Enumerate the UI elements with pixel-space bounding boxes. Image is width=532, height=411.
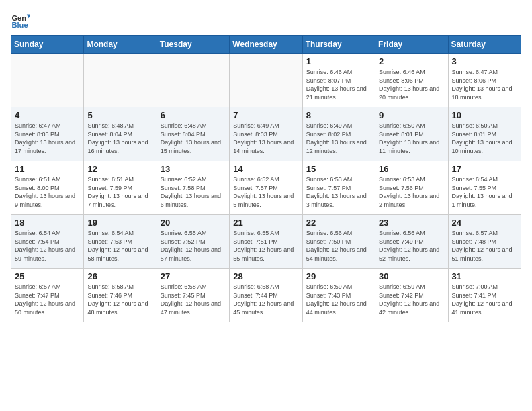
- day-number: 9: [379, 110, 444, 120]
- logo-icon: Gen Blue: [11, 11, 30, 30]
- header-monday: Monday: [84, 36, 157, 54]
- calendar-cell: 14Sunrise: 6:52 AM Sunset: 7:57 PM Dayli…: [230, 161, 302, 215]
- calendar-cell: 12Sunrise: 6:51 AM Sunset: 7:59 PM Dayli…: [84, 161, 157, 215]
- calendar-cell: 22Sunrise: 6:56 AM Sunset: 7:50 PM Dayli…: [302, 215, 375, 269]
- day-number: 31: [452, 271, 517, 281]
- day-number: 24: [452, 218, 517, 228]
- day-number: 20: [161, 218, 226, 228]
- day-info: Sunrise: 6:55 AM Sunset: 7:51 PM Dayligh…: [233, 229, 298, 263]
- calendar-cell: 1Sunrise: 6:46 AM Sunset: 8:07 PM Daylig…: [302, 54, 375, 107]
- day-info: Sunrise: 6:57 AM Sunset: 7:47 PM Dayligh…: [15, 283, 80, 316]
- day-number: 10: [452, 110, 517, 120]
- calendar-cell: [157, 54, 229, 107]
- calendar-cell: 26Sunrise: 6:58 AM Sunset: 7:46 PM Dayli…: [84, 269, 157, 322]
- calendar-cell: 4Sunrise: 6:47 AM Sunset: 8:05 PM Daylig…: [11, 107, 84, 161]
- calendar-cell: 27Sunrise: 6:58 AM Sunset: 7:45 PM Dayli…: [157, 269, 229, 322]
- day-info: Sunrise: 6:46 AM Sunset: 8:06 PM Dayligh…: [379, 68, 444, 101]
- header-wednesday: Wednesday: [230, 36, 302, 54]
- day-number: 6: [161, 110, 226, 120]
- day-number: 11: [15, 164, 80, 174]
- calendar-cell: 28Sunrise: 6:58 AM Sunset: 7:44 PM Dayli…: [230, 269, 302, 322]
- day-number: 1: [306, 56, 371, 66]
- day-number: 4: [15, 110, 80, 120]
- day-number: 8: [306, 110, 371, 120]
- calendar-cell: 20Sunrise: 6:55 AM Sunset: 7:52 PM Dayli…: [157, 215, 229, 269]
- day-info: Sunrise: 6:58 AM Sunset: 7:44 PM Dayligh…: [233, 283, 298, 316]
- calendar-cell: 25Sunrise: 6:57 AM Sunset: 7:47 PM Dayli…: [11, 269, 84, 322]
- day-number: 2: [379, 56, 444, 66]
- logo: Gen Blue: [11, 11, 32, 30]
- day-number: 25: [15, 271, 80, 281]
- calendar-week-row: 11Sunrise: 6:51 AM Sunset: 8:00 PM Dayli…: [11, 161, 521, 215]
- day-info: Sunrise: 6:48 AM Sunset: 8:04 PM Dayligh…: [87, 122, 152, 155]
- day-number: 29: [306, 271, 371, 281]
- page-header: Gen Blue: [11, 11, 521, 30]
- day-info: Sunrise: 6:53 AM Sunset: 7:57 PM Dayligh…: [306, 175, 371, 209]
- svg-marker-2: [27, 15, 30, 19]
- calendar-header-row: SundayMondayTuesdayWednesdayThursdayFrid…: [11, 36, 521, 54]
- day-info: Sunrise: 6:59 AM Sunset: 7:42 PM Dayligh…: [379, 283, 444, 316]
- calendar-cell: 2Sunrise: 6:46 AM Sunset: 8:06 PM Daylig…: [375, 54, 448, 107]
- calendar-week-row: 18Sunrise: 6:54 AM Sunset: 7:54 PM Dayli…: [11, 215, 521, 269]
- calendar-cell: 3Sunrise: 6:47 AM Sunset: 8:06 PM Daylig…: [448, 54, 521, 107]
- day-info: Sunrise: 6:51 AM Sunset: 8:00 PM Dayligh…: [15, 175, 80, 209]
- calendar-cell: 10Sunrise: 6:50 AM Sunset: 8:01 PM Dayli…: [448, 107, 521, 161]
- day-info: Sunrise: 6:58 AM Sunset: 7:45 PM Dayligh…: [161, 283, 226, 316]
- day-info: Sunrise: 6:52 AM Sunset: 7:58 PM Dayligh…: [161, 175, 226, 209]
- day-number: 21: [233, 218, 298, 228]
- calendar-cell: 15Sunrise: 6:53 AM Sunset: 7:57 PM Dayli…: [302, 161, 375, 215]
- day-info: Sunrise: 6:53 AM Sunset: 7:56 PM Dayligh…: [379, 175, 444, 209]
- header-thursday: Thursday: [302, 36, 375, 54]
- calendar-week-row: 25Sunrise: 6:57 AM Sunset: 7:47 PM Dayli…: [11, 269, 521, 322]
- calendar-cell: 13Sunrise: 6:52 AM Sunset: 7:58 PM Dayli…: [157, 161, 229, 215]
- day-info: Sunrise: 6:49 AM Sunset: 8:03 PM Dayligh…: [233, 122, 298, 155]
- day-number: 3: [452, 56, 517, 66]
- calendar-cell: 11Sunrise: 6:51 AM Sunset: 8:00 PM Dayli…: [11, 161, 84, 215]
- day-info: Sunrise: 6:50 AM Sunset: 8:01 PM Dayligh…: [379, 122, 444, 155]
- calendar-cell: 23Sunrise: 6:56 AM Sunset: 7:49 PM Dayli…: [375, 215, 448, 269]
- day-info: Sunrise: 6:47 AM Sunset: 8:05 PM Dayligh…: [15, 122, 80, 155]
- day-number: 26: [87, 271, 152, 281]
- day-number: 14: [233, 164, 298, 174]
- calendar-cell: 8Sunrise: 6:49 AM Sunset: 8:02 PM Daylig…: [302, 107, 375, 161]
- calendar-cell: 5Sunrise: 6:48 AM Sunset: 8:04 PM Daylig…: [84, 107, 157, 161]
- day-number: 17: [452, 164, 517, 174]
- calendar-cell: 21Sunrise: 6:55 AM Sunset: 7:51 PM Dayli…: [230, 215, 302, 269]
- calendar-cell: 6Sunrise: 6:48 AM Sunset: 8:04 PM Daylig…: [157, 107, 229, 161]
- day-number: 7: [233, 110, 298, 120]
- day-info: Sunrise: 6:46 AM Sunset: 8:07 PM Dayligh…: [306, 68, 371, 101]
- day-info: Sunrise: 6:55 AM Sunset: 7:52 PM Dayligh…: [161, 229, 226, 263]
- header-saturday: Saturday: [448, 36, 521, 54]
- day-info: Sunrise: 6:47 AM Sunset: 8:06 PM Dayligh…: [452, 68, 517, 101]
- day-info: Sunrise: 6:54 AM Sunset: 7:53 PM Dayligh…: [87, 229, 152, 263]
- day-number: 23: [379, 218, 444, 228]
- calendar-cell: 19Sunrise: 6:54 AM Sunset: 7:53 PM Dayli…: [84, 215, 157, 269]
- day-info: Sunrise: 6:58 AM Sunset: 7:46 PM Dayligh…: [87, 283, 152, 316]
- day-number: 5: [87, 110, 152, 120]
- calendar-week-row: 1Sunrise: 6:46 AM Sunset: 8:07 PM Daylig…: [11, 54, 521, 107]
- day-number: 22: [306, 218, 371, 228]
- day-info: Sunrise: 7:00 AM Sunset: 7:41 PM Dayligh…: [452, 283, 517, 316]
- day-number: 18: [15, 218, 80, 228]
- calendar-table: SundayMondayTuesdayWednesdayThursdayFrid…: [11, 35, 521, 322]
- day-info: Sunrise: 6:49 AM Sunset: 8:02 PM Dayligh…: [306, 122, 371, 155]
- day-info: Sunrise: 6:52 AM Sunset: 7:57 PM Dayligh…: [233, 175, 298, 209]
- svg-text:Blue: Blue: [11, 21, 28, 29]
- day-number: 12: [87, 164, 152, 174]
- day-number: 13: [161, 164, 226, 174]
- calendar-cell: [84, 54, 157, 107]
- calendar-cell: 24Sunrise: 6:57 AM Sunset: 7:48 PM Dayli…: [448, 215, 521, 269]
- calendar-cell: 17Sunrise: 6:54 AM Sunset: 7:55 PM Dayli…: [448, 161, 521, 215]
- calendar-cell: 7Sunrise: 6:49 AM Sunset: 8:03 PM Daylig…: [230, 107, 302, 161]
- day-number: 15: [306, 164, 371, 174]
- header-sunday: Sunday: [11, 36, 84, 54]
- day-info: Sunrise: 6:57 AM Sunset: 7:48 PM Dayligh…: [452, 229, 517, 263]
- calendar-cell: 9Sunrise: 6:50 AM Sunset: 8:01 PM Daylig…: [375, 107, 448, 161]
- day-info: Sunrise: 6:51 AM Sunset: 7:59 PM Dayligh…: [87, 175, 152, 209]
- calendar-cell: 18Sunrise: 6:54 AM Sunset: 7:54 PM Dayli…: [11, 215, 84, 269]
- calendar-cell: [230, 54, 302, 107]
- day-number: 27: [161, 271, 226, 281]
- day-info: Sunrise: 6:56 AM Sunset: 7:49 PM Dayligh…: [379, 229, 444, 263]
- calendar-cell: [11, 54, 84, 107]
- day-info: Sunrise: 6:56 AM Sunset: 7:50 PM Dayligh…: [306, 229, 371, 263]
